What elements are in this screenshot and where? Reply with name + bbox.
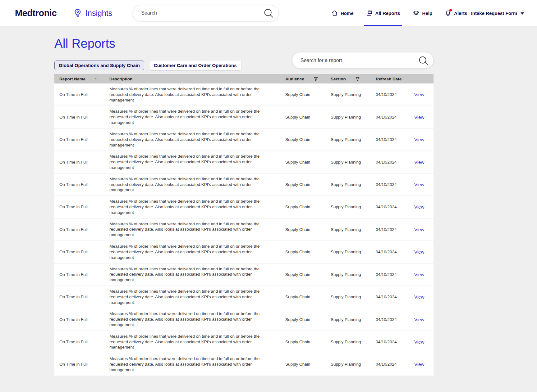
tab-global-operations-supply-chain[interactable]: Global Operations and Supply Chain [54, 61, 144, 70]
view-report-link[interactable]: View [414, 272, 424, 277]
filter-funnel-icon[interactable] [355, 77, 360, 81]
tab-customer-care-order-operations[interactable]: Customer Care and Order Operations [149, 61, 241, 70]
app-name: Insights [85, 9, 112, 18]
table-row: On Time in Full Measures % of order line… [54, 331, 434, 353]
intake-request-form-dropdown[interactable]: Intake Request Form [471, 11, 525, 16]
nav-item-home[interactable]: Home [332, 0, 354, 26]
report-description-cell: Measures % of order lines that were deli… [104, 244, 280, 260]
refresh-date-cell: 04/10/2024 [371, 115, 409, 119]
section-cell: Supply Planning [326, 340, 371, 344]
brand-divider [65, 7, 65, 19]
audience-cell: Supply Chain [280, 115, 326, 119]
section-cell: Supply Planning [326, 205, 371, 209]
table-header-row: Report Name ↑ Description Audience Secti… [54, 74, 434, 83]
report-name-cell: On Time in Full [54, 317, 104, 322]
report-table-body: On Time in Full Measures % of order line… [54, 83, 434, 376]
audience-cell: Supply Chain [280, 340, 326, 344]
refresh-date-cell: 04/10/2024 [371, 160, 409, 164]
section-cell: Supply Planning [326, 137, 371, 142]
table-row: On Time in Full Measures % of order line… [54, 264, 434, 286]
report-name-cell: On Time in Full [54, 362, 104, 367]
report-search [292, 52, 434, 69]
report-name-cell: On Time in Full [54, 227, 104, 232]
section-cell: Supply Planning [326, 362, 371, 367]
report-description-cell: Measures % of order lines that were deli… [104, 334, 280, 350]
view-report-link[interactable]: View [414, 249, 424, 255]
audience-cell: Supply Chain [280, 250, 326, 254]
report-description-cell: Measures % of order lines that were deli… [104, 86, 280, 103]
nav-item-alerts[interactable]: Alerts [445, 0, 467, 26]
table-row: On Time in Full Measures % of order line… [54, 241, 434, 263]
column-section: Section [326, 77, 371, 81]
report-description-cell: Measures % of order lines that were deli… [104, 356, 280, 372]
report-name-cell: On Time in Full [54, 115, 104, 119]
graduation-cap-icon [413, 10, 420, 16]
refresh-date-cell: 04/10/2024 [371, 272, 409, 277]
global-search-input[interactable] [141, 10, 262, 16]
table-row: On Time in Full Measures % of order line… [54, 106, 434, 128]
audience-cell: Supply Chain [280, 137, 326, 142]
report-search-input[interactable] [301, 58, 416, 63]
audience-cell: Supply Chain [280, 272, 326, 277]
refresh-date-cell: 04/10/2024 [371, 205, 409, 209]
home-icon [332, 10, 338, 16]
table-row: On Time in Full Measures % of order line… [54, 196, 434, 218]
lightbulb-icon [73, 8, 82, 18]
section-cell: Supply Planning [326, 92, 371, 97]
reports-icon [366, 10, 373, 16]
refresh-date-cell: 04/10/2024 [371, 317, 409, 322]
section-cell: Supply Planning [326, 160, 371, 164]
medtronic-logo: Medtronic [15, 8, 57, 18]
table-row: On Time in Full Measures % of order line… [54, 219, 434, 241]
view-report-link[interactable]: View [414, 182, 424, 187]
view-report-link[interactable]: View [414, 362, 424, 367]
report-name-cell: On Time in Full [54, 92, 104, 97]
nav-label: All Reports [375, 11, 400, 16]
section-cell: Supply Planning [326, 115, 371, 119]
column-refresh-date: Refresh Date [371, 77, 409, 81]
refresh-date-cell: 04/10/2024 [371, 92, 409, 97]
search-icon[interactable] [262, 6, 275, 20]
nav-item-all-reports[interactable]: All Reports [366, 0, 400, 26]
table-row: On Time in Full Measures % of order line… [54, 173, 434, 196]
audience-cell: Supply Chain [280, 160, 326, 164]
table-row: On Time in Full Measures % of order line… [54, 353, 434, 375]
column-audience: Audience [280, 77, 326, 81]
column-description: Description [104, 77, 280, 81]
alert-badge [449, 9, 452, 11]
view-report-link[interactable]: View [414, 137, 424, 142]
table-row: On Time in Full Measures % of order line… [54, 128, 434, 151]
refresh-date-cell: 04/10/2024 [371, 295, 409, 299]
nav-item-help[interactable]: Help [413, 0, 433, 26]
view-report-link[interactable]: View [414, 204, 424, 210]
report-description-cell: Measures % of order lines that were deli… [104, 109, 280, 125]
nav-label: Alerts [454, 11, 467, 16]
view-report-link[interactable]: View [414, 339, 424, 345]
report-description-cell: Measures % of order lines that were deli… [104, 176, 280, 193]
section-cell: Supply Planning [326, 295, 371, 299]
report-description-cell: Measures % of order lines that were deli… [104, 131, 280, 148]
view-report-link[interactable]: View [414, 294, 424, 300]
report-name-cell: On Time in Full [54, 137, 104, 142]
top-header: Medtronic Insights [0, 0, 537, 26]
report-search-icon[interactable] [416, 54, 430, 67]
audience-cell: Supply Chain [280, 317, 326, 322]
report-name-cell: On Time in Full [54, 250, 104, 254]
report-description-cell: Measures % of order lines that were deli… [104, 266, 280, 283]
bell-icon [445, 10, 451, 16]
view-report-link[interactable]: View [414, 317, 424, 322]
report-description-cell: Measures % of order lines that were deli… [104, 199, 280, 215]
filter-funnel-icon[interactable] [314, 77, 318, 81]
refresh-date-cell: 04/10/2024 [371, 137, 409, 142]
refresh-date-cell: 04/10/2024 [371, 250, 409, 254]
audience-cell: Supply Chain [280, 362, 326, 367]
view-report-link[interactable]: View [414, 160, 424, 165]
view-report-link[interactable]: View [414, 92, 424, 97]
report-description-cell: Measures % of order lines that were deli… [104, 221, 280, 238]
view-report-link[interactable]: View [414, 115, 424, 120]
sort-arrow-up-icon[interactable]: ↑ [95, 76, 97, 81]
report-name-cell: On Time in Full [54, 205, 104, 209]
audience-cell: Supply Chain [280, 295, 326, 299]
view-report-link[interactable]: View [414, 227, 424, 232]
report-name-cell: On Time in Full [54, 160, 104, 164]
